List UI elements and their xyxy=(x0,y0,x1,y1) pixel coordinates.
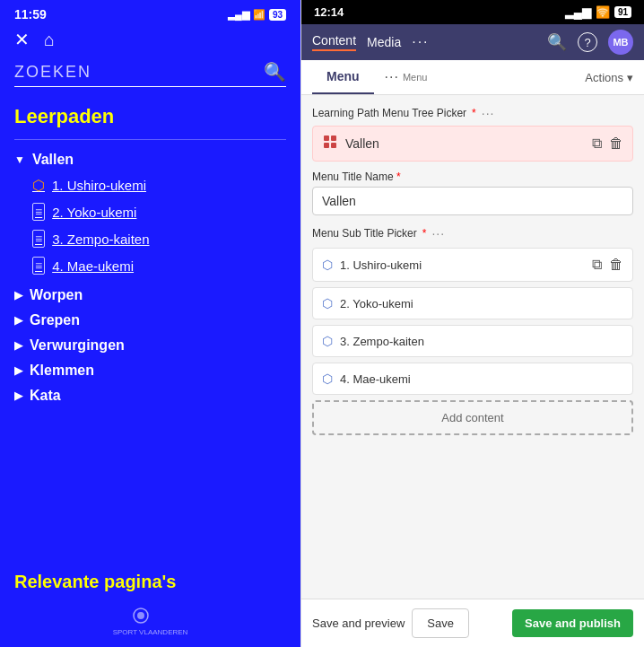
leerpaden-title: Leerpaden xyxy=(0,98,300,139)
tree-item-kata[interactable]: ▶ Kata xyxy=(14,383,286,408)
tree-child-label: 3. Zempo-kaiten xyxy=(52,232,149,247)
sport-logo: SPORT VLAANDEREN xyxy=(113,607,188,636)
left-panel: 11:59 ▂▄▆ 📶 93 ✕ ⌂ 🔍 Leerpaden ▼ Vallen … xyxy=(0,0,300,647)
arrow-right-icon: ▶ xyxy=(14,339,22,352)
tab-dots-label: Menu xyxy=(403,72,428,83)
svg-rect-5 xyxy=(331,143,336,148)
right-panel: 12:14 ▂▄▆ 🛜 91 Content Media ··· 🔍 ? MB … xyxy=(300,0,644,647)
sub-picker-text: Menu Sub Title Picker xyxy=(312,227,417,240)
actions-arrow-icon: ▾ xyxy=(627,71,633,84)
search-input[interactable] xyxy=(14,63,264,82)
bottom-action-bar: Save and preview Save Save and publish xyxy=(301,599,644,647)
cube-icon: ⬡ xyxy=(32,177,45,194)
tree-item-klemmen[interactable]: ▶ Klemmen xyxy=(14,358,286,383)
sub-item-zempo: ⬡ 3. Zempo-kaiten xyxy=(312,325,633,357)
sport-logo-icon xyxy=(132,607,168,625)
tab-media[interactable]: Media xyxy=(367,35,401,49)
tree-container: ▼ Vallen ⬡ 1. Ushiro-ukemi ≡ 2. Yoko-uke… xyxy=(0,147,300,561)
battery-badge-left: 93 xyxy=(269,9,286,21)
menu-item-actions: ⧉ 🗑 xyxy=(592,136,623,152)
required-star-title: * xyxy=(396,170,401,183)
tree-child-mae[interactable]: ≡ 4. Mae-ukemi xyxy=(14,252,286,279)
sub-item-link-icon-ushiro: ⬡ xyxy=(322,258,333,272)
bottom-bar-left: SPORT VLAANDEREN xyxy=(0,599,300,647)
sub-item-mae: ⬡ 4. Mae-ukemi xyxy=(312,363,633,395)
sub-picker-label: Menu Sub Title Picker * ··· xyxy=(312,226,633,240)
tree-item-label: Vallen xyxy=(32,152,74,168)
search-bar: 🔍 xyxy=(14,57,286,87)
sub-item-link-icon-zempo: ⬡ xyxy=(322,334,333,348)
sub-item-name-yoko: 2. Yoko-ukemi xyxy=(340,297,623,310)
tree-item-worpen[interactable]: ▶ Worpen xyxy=(14,283,286,308)
preview-button[interactable]: Save and preview xyxy=(312,616,405,630)
sub-item-yoko: ⬡ 2. Yoko-ukemi xyxy=(312,287,633,319)
search-icon-left[interactable]: 🔍 xyxy=(264,61,286,83)
sub-picker-dots-icon[interactable]: ··· xyxy=(431,226,445,240)
sub-item-link-icon-mae: ⬡ xyxy=(322,372,333,386)
tree-item-grepen[interactable]: ▶ Grepen xyxy=(14,308,286,333)
doc-icon-mae: ≡ xyxy=(32,257,45,275)
tab-content[interactable]: Content xyxy=(312,33,356,51)
field-label-text: Menu Title Name xyxy=(312,170,394,183)
status-bar-right: 12:14 ▂▄▆ 🛜 91 xyxy=(301,0,644,24)
menu-title-input[interactable] xyxy=(312,187,633,215)
tree-item-label: Grepen xyxy=(30,312,80,328)
picker-label-text: Learning Path Menu Tree Picker xyxy=(312,107,466,119)
avatar[interactable]: MB xyxy=(608,30,633,55)
tree-child-yoko[interactable]: ≡ 2. Yoko-ukemi xyxy=(14,198,286,225)
tree-item-label: Verwurgingen xyxy=(30,337,125,354)
close-icon[interactable]: ✕ xyxy=(14,29,30,50)
home-icon[interactable]: ⌂ xyxy=(44,30,55,50)
tab-menu[interactable]: Menu xyxy=(312,60,374,94)
sub-copy-button-ushiro[interactable]: ⧉ xyxy=(592,257,602,273)
doc-icon-zempo: ≡ xyxy=(32,230,45,248)
tab-dots-group[interactable]: ··· Menu xyxy=(374,60,439,94)
save-button[interactable]: Save xyxy=(412,608,469,638)
signal-icon: ▂▄▆ xyxy=(228,9,249,21)
tree-item-vallen[interactable]: ▼ Vallen xyxy=(14,147,286,172)
publish-button[interactable]: Save and publish xyxy=(512,609,633,637)
help-icon[interactable]: ? xyxy=(578,32,597,52)
sport-logo-text: SPORT VLAANDEREN xyxy=(113,628,188,636)
svg-rect-4 xyxy=(324,143,329,148)
signal-icon-right: ▂▄▆ xyxy=(565,5,591,19)
tree-child-label: 1. Ushiro-ukemi xyxy=(52,178,146,193)
arrow-right-icon: ▶ xyxy=(14,314,22,327)
copy-button[interactable]: ⧉ xyxy=(592,136,602,152)
sub-item-name-zempo: 3. Zempo-kaiten xyxy=(340,335,623,348)
wifi-icon-right: 🛜 xyxy=(596,5,610,19)
toolbar-more-icon[interactable]: ··· xyxy=(412,34,429,50)
picker-dots-icon[interactable]: ··· xyxy=(482,106,495,120)
tab-bar: Menu ··· Menu Actions ▾ xyxy=(301,60,644,95)
add-content-button[interactable]: Add content xyxy=(312,400,633,435)
battery-badge-right: 91 xyxy=(614,6,631,18)
menu-item-name: Vallen xyxy=(345,136,585,151)
svg-point-1 xyxy=(137,612,144,619)
svg-rect-2 xyxy=(324,136,329,141)
required-star: * xyxy=(472,107,476,119)
search-toolbar-icon[interactable]: 🔍 xyxy=(547,32,567,52)
required-star-sub: * xyxy=(422,227,427,240)
tree-item-verwurgingen[interactable]: ▶ Verwurgingen xyxy=(14,333,286,358)
divider-top xyxy=(14,139,286,140)
title-field-label: Menu Title Name * xyxy=(312,170,633,183)
time-left: 11:59 xyxy=(14,7,47,22)
sub-item-ushiro: ⬡ 1. Ushiro-ukemi ⧉ 🗑 xyxy=(312,248,633,282)
wifi-icon: 📶 xyxy=(253,9,265,21)
status-bar-left: 11:59 ▂▄▆ 📶 93 xyxy=(0,0,300,25)
top-nav-left: ✕ ⌂ xyxy=(0,25,300,57)
picker-label: Learning Path Menu Tree Picker * ··· xyxy=(312,106,633,120)
sub-delete-button-ushiro[interactable]: 🗑 xyxy=(609,257,623,273)
tree-child-ushiro[interactable]: ⬡ 1. Ushiro-ukemi xyxy=(14,172,286,198)
tab-dots-icon: ··· xyxy=(385,69,399,85)
arrow-right-icon: ▶ xyxy=(14,389,22,402)
top-toolbar: Content Media ··· 🔍 ? MB xyxy=(301,24,644,60)
sub-item-link-icon-yoko: ⬡ xyxy=(322,296,333,310)
delete-button[interactable]: 🗑 xyxy=(609,136,623,152)
arrow-down-icon: ▼ xyxy=(14,153,25,166)
tree-child-zempo[interactable]: ≡ 3. Zempo-kaiten xyxy=(14,225,286,252)
content-area: Learning Path Menu Tree Picker * ··· Val… xyxy=(301,95,644,599)
arrow-right-icon: ▶ xyxy=(14,364,22,377)
tab-actions[interactable]: Actions ▾ xyxy=(585,71,633,84)
status-icons-left: ▂▄▆ 📶 93 xyxy=(228,9,286,21)
